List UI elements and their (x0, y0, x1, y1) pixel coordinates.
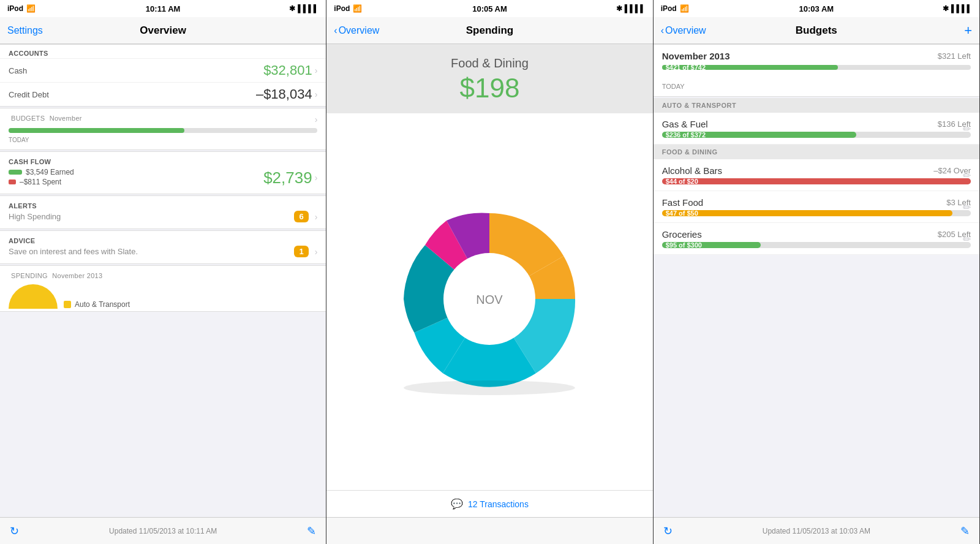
account-row-cash[interactable]: Cash $32,801 › (0, 58, 326, 82)
chevron-icon-alerts: › (315, 212, 318, 222)
spending-preview-section[interactable]: SPENDING November 2013 Auto & Transport (0, 265, 326, 312)
edit-icon-alcohol[interactable]: ✏ (963, 169, 971, 181)
edit-icon-gas[interactable]: ✏ (963, 123, 971, 134)
gas-item-name: Gas & Fuel (662, 119, 708, 129)
spending-half-donut (9, 284, 58, 309)
period-name: November 2013 (662, 51, 730, 61)
alcohol-bar-fill: $44 of $20 (662, 178, 971, 184)
wifi-icon-budgets: 📶 (680, 4, 689, 13)
budgets-progress-fill (9, 128, 184, 133)
edit-icon-fastfood[interactable]: ✏ (963, 201, 971, 213)
separator-auto-transport: AUTO & TRANSPORT (654, 98, 979, 113)
transactions-bar[interactable]: 💬 12 Transactions (326, 490, 652, 517)
back-to-overview-budgets[interactable]: ‹ Overview (661, 25, 706, 36)
bluetooth-icon: ✱ (289, 4, 295, 13)
alcohol-bar-bg: $44 of $20 (662, 178, 971, 184)
updated-text-budgets: Updated 11/05/2013 at 10:03 AM (763, 527, 870, 535)
chevron-icon-budgets: › (315, 115, 318, 124)
period-progress-bg (662, 65, 971, 70)
status-bar-overview: iPod 📶 10:11 AM ✱ ▌▌▌▌ (0, 0, 326, 17)
battery-icon-budgets: ▌▌▌▌ (951, 4, 972, 13)
advice-section[interactable]: ADVICE Save on interest and fees with Sl… (0, 230, 326, 264)
chevron-icon-credit: › (315, 89, 318, 99)
cashflow-header: CASH FLOW (9, 158, 317, 165)
panel-overview: iPod 📶 10:11 AM ✱ ▌▌▌▌ Settings Overview… (0, 0, 326, 544)
groceries-bar-fill: $95 of $300 (662, 242, 761, 248)
advice-badge: 1 (294, 246, 308, 257)
donut-shadow (404, 380, 575, 395)
fastfood-bar-fill: $47 of $50 (662, 210, 952, 216)
budgets-page-title: Budgets (796, 25, 837, 37)
budgets-today-label: TODAY (9, 137, 317, 143)
cashflow-earned-row: $3,549 Earned (9, 168, 263, 176)
accounts-header: ACCOUNTS (0, 45, 326, 58)
budgets-section[interactable]: BUDGETS November › TODAY (0, 108, 326, 150)
donut-center-label: NOV (477, 293, 503, 306)
chevron-icon-cashflow: › (315, 173, 318, 183)
legend-label-transport: Auto & Transport (75, 300, 130, 309)
refresh-icon-budgets[interactable]: ↻ (663, 524, 673, 538)
wifi-icon-spending: 📶 (353, 4, 362, 13)
updated-text-overview: Updated 11/05/2013 at 10:11 AM (109, 527, 217, 535)
overview-scroll[interactable]: ACCOUNTS Cash $32,801 › Credit Debt –$18… (0, 44, 326, 517)
ipod-label-spending: iPod (334, 4, 350, 13)
panel-budgets: iPod 📶 10:03 AM ✱ ▌▌▌▌ ‹ Overview Budget… (654, 0, 980, 544)
budget-item-fastfood[interactable]: Fast Food $3 Left $47 of $50 ✏ (654, 191, 979, 223)
edit-icon-overview[interactable]: ✎ (307, 524, 316, 538)
alerts-badge: 6 (294, 211, 308, 222)
budgets-header: BUDGETS November (9, 115, 82, 122)
fastfood-bar-label: $47 of $50 (666, 210, 698, 217)
wifi-icon: 📶 (26, 4, 36, 13)
account-credit-label: Credit Debt (9, 90, 49, 99)
chevron-icon-cash: › (315, 66, 318, 75)
transactions-count: 12 Transactions (468, 499, 529, 509)
nav-bar-spending: ‹ Overview Spending (326, 17, 652, 44)
spending-chart-preview: Auto & Transport (9, 282, 317, 311)
alerts-sub-text: High Spending (9, 212, 61, 221)
edit-icon-groceries[interactable]: ✏ (963, 233, 971, 244)
nav-bar-overview: Settings Overview (0, 17, 326, 44)
donut-chart-container: NOV (326, 113, 652, 490)
cashflow-section[interactable]: CASH FLOW $3,549 Earned –$811 Spent $2,7… (0, 151, 326, 194)
groceries-item-name: Groceries (662, 229, 702, 240)
spending-preview-header: SPENDING November 2013 (9, 272, 317, 279)
transactions-icon: 💬 (451, 498, 463, 510)
alerts-header: ALERTS (9, 202, 317, 210)
account-credit-value: –$18,034 (256, 86, 312, 102)
budget-item-alcohol[interactable]: Alcohol & Bars –$24 Over $44 of $20 ✏ (654, 159, 979, 191)
status-bar-budgets: iPod 📶 10:03 AM ✱ ▌▌▌▌ (654, 0, 979, 17)
advice-header: ADVICE (9, 237, 317, 244)
settings-button[interactable]: Settings (7, 25, 43, 36)
add-budget-button[interactable]: + (964, 23, 972, 39)
chevron-icon-advice: › (315, 247, 318, 257)
refresh-icon-overview[interactable]: ↻ (10, 524, 19, 538)
ipod-label-budgets: iPod (661, 4, 677, 13)
budget-item-gas[interactable]: Gas & Fuel $136 Left $236 of $372 ✏ (654, 113, 979, 145)
budgets-progress-bg (9, 128, 317, 133)
budget-period-section[interactable]: November 2013 $321 Left $421 of $742 TOD… (654, 44, 979, 97)
edit-icon-budgets[interactable]: ✎ (960, 524, 970, 538)
cashflow-spent-label: –$811 Spent (20, 178, 61, 186)
account-cash-label: Cash (9, 66, 27, 75)
alcohol-item-name: Alcohol & Bars (662, 165, 722, 176)
gas-bar-fill: $236 of $372 (662, 132, 857, 138)
cashflow-total-value: $2,739 (263, 168, 312, 187)
budget-item-groceries[interactable]: Groceries $205 Left $95 of $300 ✏ (654, 223, 979, 255)
spending-legend: Auto & Transport (64, 300, 130, 309)
time-spending: 10:05 AM (472, 4, 507, 13)
time-overview: 10:11 AM (146, 4, 181, 13)
account-row-credit[interactable]: Credit Debt –$18,034 › (0, 82, 326, 106)
panel-spending: iPod 📶 10:05 AM ✱ ▌▌▌▌ ‹ Overview Spendi… (326, 0, 653, 544)
alerts-section[interactable]: ALERTS High Spending 6 › (0, 195, 326, 229)
nav-bar-budgets: ‹ Overview Budgets + (654, 17, 979, 44)
period-today-label: TODAY (662, 83, 971, 90)
ipod-label: iPod (7, 4, 23, 13)
donut-chart: NOV (385, 195, 594, 403)
spending-title: Spending (466, 25, 513, 37)
budgets-scroll[interactable]: November 2013 $321 Left $421 of $742 TOD… (654, 44, 979, 517)
battery-icon-overview: ▌▌▌▌ (298, 4, 318, 13)
bottom-bar-budgets: ↻ Updated 11/05/2013 at 10:03 AM ✎ (654, 517, 979, 544)
groceries-bar-label: $95 of $300 (666, 241, 702, 249)
back-to-overview-spending[interactable]: ‹ Overview (334, 25, 379, 36)
bottom-bar-spending: ↻ ✎ (326, 517, 652, 544)
